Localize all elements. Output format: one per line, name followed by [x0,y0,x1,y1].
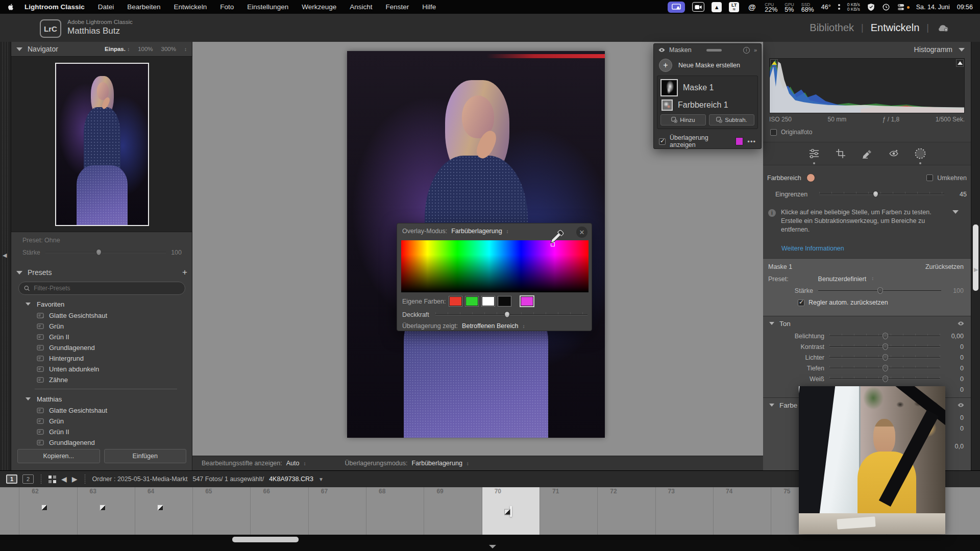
zoom-300-option[interactable]: 300% [161,46,176,52]
refine-slider[interactable] [819,194,944,195]
collapse-triangle-icon[interactable] [769,404,774,407]
screen-share-icon[interactable] [668,2,685,13]
histogram-header[interactable]: Histogramm [763,42,971,57]
shadow-clipping-indicator[interactable] [770,59,778,67]
collapse-triangle-icon[interactable] [16,271,22,274]
opacity-slider[interactable] [435,314,587,315]
menu-bearbeiten[interactable]: Bearbeiten [127,3,160,11]
overlay-shows-value[interactable]: Betroffenen Bereich [462,322,518,330]
add-mask-icon[interactable]: + [659,59,672,72]
zoom-fit-option[interactable]: Einpas. ↕ [105,46,130,52]
menubar-time[interactable]: 09:56 [957,4,973,11]
section-eye-icon[interactable] [957,402,965,409]
filmstrip-cell[interactable]: 72 [598,487,655,535]
auto-reset-checkbox[interactable] [798,299,804,306]
collapse-triangle-icon[interactable] [959,48,965,52]
preset-item[interactable]: Glatte Gesichtshaut [11,310,192,321]
swatch-red[interactable] [449,296,462,306]
current-filename[interactable]: 4K8A9738.CR3 [269,475,313,483]
color-range-icon[interactable] [662,99,673,111]
filename-dropdown-icon[interactable]: ▼ [318,477,324,482]
folder-info[interactable]: Ordner : 2025-05-31-Media-Markt [92,475,188,483]
preset-item[interactable]: Glatte Gesichtshaut [11,405,192,416]
highlight-clipping-indicator[interactable] [956,59,964,67]
secondary-window-1-button[interactable]: 1 [6,474,17,484]
overlay-mode-value[interactable]: Farbüberlagerung [451,228,502,235]
overlay-options-icon[interactable]: ••• [747,138,756,145]
show-overlay-checkbox[interactable] [659,138,666,145]
preset-item[interactable]: Grün [11,321,192,332]
collapse-left-panel-arrow[interactable]: ◀ [3,252,7,259]
collapse-filmstrip-arrow[interactable] [489,545,496,548]
healing-tool-icon[interactable] [861,147,874,160]
filmstrip-cell[interactable]: 68 [366,487,424,535]
section-eye-icon[interactable] [957,320,965,328]
preset-item[interactable]: Zähne [11,374,192,385]
collapse-triangle-icon[interactable] [16,47,22,51]
previous-photo-arrow-icon[interactable]: ◀ [61,475,67,483]
more-info-link[interactable]: Weitere Informationen [781,245,844,252]
camera-app-icon[interactable] [692,2,704,12]
swatch-selected-magenta[interactable] [521,296,533,306]
swatch-black[interactable] [498,296,511,306]
menu-datei[interactable]: Datei [98,3,114,11]
preset-item[interactable]: Hintergrund [11,353,192,364]
histogram-graph[interactable] [769,58,965,113]
masking-tool-icon[interactable] [914,147,927,160]
filmstrip-cell[interactable]: 71 [540,487,598,535]
next-photo-arrow-icon[interactable]: ▶ [72,475,78,483]
filmstrip-cell[interactable]: 74 [714,487,771,535]
apple-menu-icon[interactable] [7,3,16,11]
filmstrip-cell[interactable]: 65 [193,487,251,535]
copy-button[interactable]: Kopieren... [17,449,100,463]
collapse-hint-arrow[interactable] [952,210,959,214]
basic-adjust-tool-icon[interactable] [807,147,821,160]
menubar-app-name[interactable]: Lightroom Classic [24,3,85,11]
preset-group-matthias[interactable]: Matthias [11,393,192,405]
paste-button[interactable]: Einfügen [104,449,187,463]
red-eye-tool-icon[interactable] [887,147,900,160]
droplet-app-icon[interactable]: ▲ [712,2,722,12]
panel-drag-handle[interactable] [706,49,722,52]
module-develop[interactable]: Entwickeln [871,22,920,34]
preset-search-input[interactable] [34,285,180,292]
menu-foto[interactable]: Foto [220,3,234,11]
mask-component-item[interactable]: Farbbereich 1 [662,99,754,111]
filmstrip-cell[interactable]: 73 [656,487,714,535]
preset-item[interactable]: Grün II [11,332,192,342]
kontrast-slider[interactable] [829,346,940,347]
filmstrip-cell[interactable]: 67 [309,487,366,535]
overlay-shows-stepper-icon[interactable]: ↕ [522,323,525,329]
pins-stepper-icon[interactable]: ↕ [303,461,306,466]
filmstrip-scrollbar-thumb[interactable] [232,537,299,542]
sampled-color-swatch[interactable] [806,173,815,182]
preset-strength-slider[interactable]: Stärke 100 [22,249,182,256]
menu-hilfe[interactable]: Hilfe [422,3,436,11]
shield-icon[interactable] [867,3,875,11]
secondary-window-2-button[interactable]: 2 [22,474,34,484]
overlay-color-swatch[interactable] [736,137,743,145]
swatch-green[interactable] [465,296,478,306]
color-spectrum-picker[interactable] [401,240,589,292]
navigator-header[interactable]: Navigator Einpas. ↕ 100% 300% ↕ [11,42,192,56]
module-library[interactable]: Bibliothek [810,22,854,34]
right-panel-scrollbar[interactable]: ▶ [971,42,980,470]
preset-item[interactable]: Grundlagenend [11,342,192,353]
left-panel-gutter[interactable]: ◀ [0,42,11,470]
filmstrip-cell[interactable]: 61 [0,487,19,535]
filmstrip-cell[interactable]: 62 [19,487,77,535]
preset-item[interactable]: Grundlagenend [11,437,192,448]
filmstrip-cell[interactable]: 66 [251,487,309,535]
presets-header[interactable]: Presets + [11,265,192,280]
navigator-preview[interactable] [11,56,192,232]
menu-ansicht[interactable]: Ansicht [350,3,372,11]
original-photo-checkbox[interactable] [770,129,777,136]
filmstrip-cell[interactable]: 63 [78,487,135,535]
zoom-stepper-icon[interactable]: ↕ [184,46,187,52]
swatch-white[interactable] [482,296,495,306]
info-icon[interactable]: i [743,47,750,54]
close-dialog-button[interactable]: ✕ [576,227,587,238]
filmstrip-cell-selected[interactable]: 70 [482,487,540,535]
overlay-mode-value[interactable]: Farbüberlagerung [411,460,462,467]
preset-stepper-icon[interactable]: ↕ [871,276,874,283]
